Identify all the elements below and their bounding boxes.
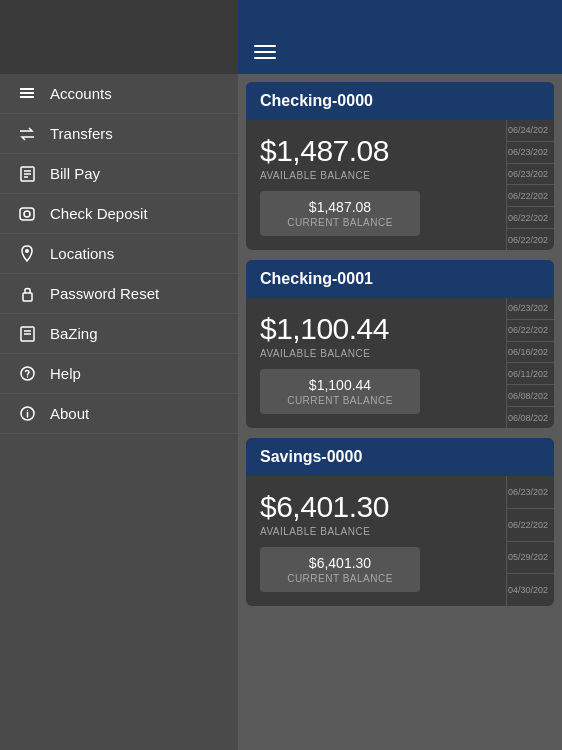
transaction-date-item[interactable]: 06/23/202 [507, 298, 554, 320]
svg-rect-1 [20, 92, 34, 94]
current-balance-amount-savings-0000: $6,401.30 [272, 555, 408, 571]
transaction-date-item[interactable]: 04/30/202 [507, 574, 554, 606]
sidebar-item-password-reset[interactable]: Password Reset [0, 274, 238, 314]
svg-point-7 [24, 211, 30, 217]
check-deposit-icon [16, 203, 38, 225]
svg-point-8 [25, 249, 29, 253]
svg-point-17 [26, 410, 27, 411]
transaction-date-item[interactable]: 06/11/202 [507, 363, 554, 385]
svg-rect-9 [23, 293, 32, 301]
transaction-date-item[interactable]: 06/22/202 [507, 185, 554, 207]
account-card-checking-0001: Checking-0001$1,100.44AVAILABLE BALANCE$… [246, 260, 554, 428]
sidebar-item-bill-pay[interactable]: Bill Pay [0, 154, 238, 194]
account-body-savings-0000: $6,401.30AVAILABLE BALANCE$6,401.30CURRE… [246, 476, 554, 606]
main-content: Checking-0000$1,487.08AVAILABLE BALANCE$… [238, 74, 562, 750]
app-header [0, 30, 562, 74]
sidebar-item-label-password-reset: Password Reset [50, 285, 159, 302]
account-left-savings-0000: $6,401.30AVAILABLE BALANCE$6,401.30CURRE… [246, 476, 506, 606]
account-header-savings-0000[interactable]: Savings-0000 [246, 438, 554, 476]
status-bar-main [238, 0, 562, 30]
account-title-checking-0000: Checking-0000 [260, 92, 373, 109]
locations-icon [16, 243, 38, 265]
transaction-date-item[interactable]: 06/22/202 [507, 320, 554, 342]
current-balance-label-checking-0000: CURRENT BALANCE [272, 217, 408, 228]
transfers-icon [16, 123, 38, 145]
transaction-date-item[interactable]: 06/23/202 [507, 142, 554, 164]
account-left-checking-0001: $1,100.44AVAILABLE BALANCE$1,100.44CURRE… [246, 298, 506, 428]
available-balance-checking-0001: $1,100.44 [260, 312, 492, 346]
sidebar-item-accounts[interactable]: Accounts [0, 74, 238, 114]
transaction-date-item[interactable]: 06/16/202 [507, 342, 554, 364]
sidebar-item-label-transfers: Transfers [50, 125, 113, 142]
sidebar-item-check-deposit[interactable]: Check Deposit [0, 194, 238, 234]
hamburger-line-1 [254, 45, 276, 47]
hamburger-line-2 [254, 51, 276, 53]
sidebar-item-locations[interactable]: Locations [0, 234, 238, 274]
sidebar-item-label-check-deposit: Check Deposit [50, 205, 148, 222]
account-card-savings-0000: Savings-0000$6,401.30AVAILABLE BALANCE$6… [246, 438, 554, 606]
current-balance-label-savings-0000: CURRENT BALANCE [272, 573, 408, 584]
bill-pay-icon [16, 163, 38, 185]
available-balance-checking-0000: $1,487.08 [260, 134, 492, 168]
help-icon [16, 363, 38, 385]
sidebar-item-bazing[interactable]: BaZing [0, 314, 238, 354]
current-balance-box-savings-0000: $6,401.30CURRENT BALANCE [260, 547, 420, 592]
account-transactions-checking-0000: 06/24/20206/23/20206/23/20206/22/20206/2… [506, 120, 554, 250]
current-balance-amount-checking-0001: $1,100.44 [272, 377, 408, 393]
current-balance-amount-checking-0000: $1,487.08 [272, 199, 408, 215]
header-sidebar [0, 30, 238, 74]
current-balance-box-checking-0001: $1,100.44CURRENT BALANCE [260, 369, 420, 414]
about-icon [16, 403, 38, 425]
sidebar-item-label-help: Help [50, 365, 81, 382]
account-transactions-checking-0001: 06/23/20206/22/20206/16/20206/11/20206/0… [506, 298, 554, 428]
sidebar-item-label-bill-pay: Bill Pay [50, 165, 100, 182]
account-transactions-savings-0000: 06/23/20206/22/20205/29/20204/30/202 [506, 476, 554, 606]
transaction-date-item[interactable]: 06/24/202 [507, 120, 554, 142]
password-reset-icon [16, 283, 38, 305]
transaction-date-item[interactable]: 06/23/202 [507, 476, 554, 509]
svg-rect-2 [20, 96, 34, 98]
account-body-checking-0000: $1,487.08AVAILABLE BALANCE$1,487.08CURRE… [246, 120, 554, 250]
current-balance-label-checking-0001: CURRENT BALANCE [272, 395, 408, 406]
account-title-savings-0000: Savings-0000 [260, 448, 362, 465]
available-balance-label-checking-0001: AVAILABLE BALANCE [260, 348, 492, 359]
current-balance-box-checking-0000: $1,487.08CURRENT BALANCE [260, 191, 420, 236]
available-balance-label-savings-0000: AVAILABLE BALANCE [260, 526, 492, 537]
sidebar-item-label-locations: Locations [50, 245, 114, 262]
sidebar-item-label-about: About [50, 405, 89, 422]
transaction-date-item[interactable]: 06/23/202 [507, 164, 554, 186]
account-card-checking-0000: Checking-0000$1,487.08AVAILABLE BALANCE$… [246, 82, 554, 250]
account-header-checking-0000[interactable]: Checking-0000 [246, 82, 554, 120]
sidebar-nav: AccountsTransfersBill PayCheck DepositLo… [0, 74, 238, 750]
account-title-checking-0001: Checking-0001 [260, 270, 373, 287]
hamburger-line-3 [254, 57, 276, 59]
transaction-date-item[interactable]: 05/29/202 [507, 542, 554, 575]
accounts-icon [16, 83, 38, 105]
bazing-icon [16, 323, 38, 345]
account-header-checking-0001[interactable]: Checking-0001 [246, 260, 554, 298]
transaction-date-item[interactable]: 06/08/202 [507, 407, 554, 428]
sidebar-item-label-accounts: Accounts [50, 85, 112, 102]
available-balance-label-checking-0000: AVAILABLE BALANCE [260, 170, 492, 181]
sidebar-item-help[interactable]: Help [0, 354, 238, 394]
sidebar-item-about[interactable]: About [0, 394, 238, 434]
sidebar-item-label-bazing: BaZing [50, 325, 98, 342]
transaction-date-item[interactable]: 06/22/202 [507, 229, 554, 250]
main-layout: AccountsTransfersBill PayCheck DepositLo… [0, 74, 562, 750]
hamburger-menu-button[interactable] [254, 45, 276, 59]
header-main [238, 30, 562, 74]
transaction-date-item[interactable]: 06/08/202 [507, 385, 554, 407]
status-bar-sidebar [0, 0, 238, 30]
svg-point-14 [26, 376, 27, 377]
transaction-date-item[interactable]: 06/22/202 [507, 509, 554, 542]
svg-rect-0 [20, 88, 34, 90]
available-balance-savings-0000: $6,401.30 [260, 490, 492, 524]
sidebar-item-transfers[interactable]: Transfers [0, 114, 238, 154]
account-body-checking-0001: $1,100.44AVAILABLE BALANCE$1,100.44CURRE… [246, 298, 554, 428]
account-left-checking-0000: $1,487.08AVAILABLE BALANCE$1,487.08CURRE… [246, 120, 506, 250]
transaction-date-item[interactable]: 06/22/202 [507, 207, 554, 229]
